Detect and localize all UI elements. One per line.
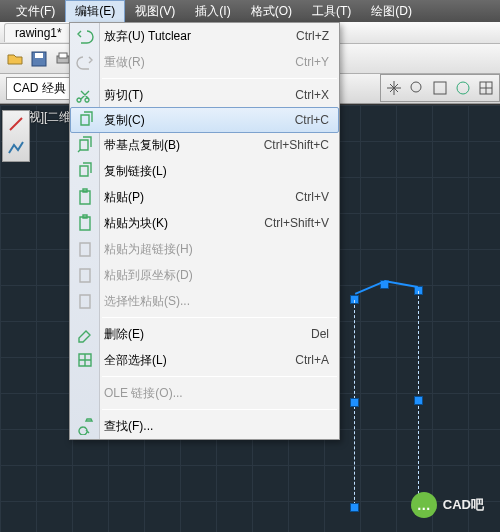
table-icon[interactable] bbox=[477, 79, 495, 97]
menu-item-label: OLE 链接(O)... bbox=[104, 385, 329, 402]
zoom-window-icon[interactable] bbox=[431, 79, 449, 97]
grip-handle[interactable] bbox=[414, 396, 423, 405]
save-icon[interactable] bbox=[30, 50, 48, 68]
undo-icon bbox=[76, 27, 94, 45]
menu-item-shortcut: Ctrl+Shift+V bbox=[264, 216, 329, 230]
menu-separator bbox=[102, 78, 337, 79]
menu-item: OLE 链接(O)... bbox=[70, 380, 339, 406]
menu-item-shortcut: Ctrl+V bbox=[295, 190, 329, 204]
pasteorig-icon bbox=[76, 266, 94, 284]
menu-item-label: 粘贴为超链接(H) bbox=[104, 241, 329, 258]
svg-rect-1 bbox=[35, 53, 43, 58]
menu-item-label: 粘贴到原坐标(D) bbox=[104, 267, 329, 284]
line-segment bbox=[355, 281, 383, 295]
menu-item-shortcut: Ctrl+C bbox=[295, 113, 329, 127]
menu-item: 重做(R)Ctrl+Y bbox=[70, 49, 339, 75]
menu-item[interactable]: 放弃(U) TutclearCtrl+Z bbox=[70, 23, 339, 49]
svg-rect-6 bbox=[434, 82, 446, 94]
draw-toolbar bbox=[2, 110, 30, 162]
menu-draw[interactable]: 绘图(D) bbox=[361, 0, 422, 22]
erase-icon bbox=[76, 325, 94, 343]
cut-icon bbox=[76, 86, 94, 104]
menu-item-shortcut: Ctrl+Z bbox=[296, 29, 329, 43]
menu-view[interactable]: 视图(V) bbox=[125, 0, 185, 22]
menu-item[interactable]: 全部选择(L)Ctrl+A bbox=[70, 347, 339, 373]
menu-tools[interactable]: 工具(T) bbox=[302, 0, 361, 22]
line-segment bbox=[384, 280, 418, 288]
open-icon[interactable] bbox=[6, 50, 24, 68]
find-icon bbox=[76, 417, 94, 435]
selectall-icon bbox=[76, 351, 94, 369]
wechat-icon: … bbox=[411, 492, 437, 518]
menu-item[interactable]: 粘贴(P)Ctrl+V bbox=[70, 184, 339, 210]
menu-item-label: 选择性粘贴(S)... bbox=[104, 293, 329, 310]
menu-item-label: 剪切(T) bbox=[104, 87, 295, 104]
pastespecial-icon bbox=[76, 292, 94, 310]
edit-menu: 放弃(U) TutclearCtrl+Z重做(R)Ctrl+Y剪切(T)Ctrl… bbox=[69, 22, 340, 440]
menu-item-label: 带基点复制(B) bbox=[104, 137, 264, 154]
watermark: … CAD吧 bbox=[411, 492, 484, 518]
grip-handle[interactable] bbox=[350, 398, 359, 407]
menu-edit[interactable]: 编辑(E) bbox=[65, 0, 125, 22]
pasteblock-icon bbox=[76, 214, 94, 232]
watermark-text: CAD吧 bbox=[443, 496, 484, 514]
copylink-icon bbox=[76, 162, 94, 180]
menu-item-label: 复制(C) bbox=[104, 112, 295, 129]
menu-separator bbox=[102, 317, 337, 318]
menu-item-label: 重做(R) bbox=[104, 54, 295, 71]
pastelink-icon bbox=[76, 240, 94, 258]
menu-item[interactable]: 剪切(T)Ctrl+X bbox=[70, 82, 339, 108]
grip-handle[interactable] bbox=[350, 503, 359, 512]
menu-item[interactable]: 删除(E)Del bbox=[70, 321, 339, 347]
menu-item: 粘贴到原坐标(D) bbox=[70, 262, 339, 288]
menu-bar: 文件(F) 编辑(E) 视图(V) 插入(I) 格式(O) 工具(T) 绘图(D… bbox=[0, 0, 500, 22]
document-tab[interactable]: rawing1* bbox=[4, 23, 73, 42]
menu-item-label: 粘贴为块(K) bbox=[104, 215, 264, 232]
svg-rect-3 bbox=[59, 53, 67, 58]
menu-item-label: 复制链接(L) bbox=[104, 163, 329, 180]
menu-item-label: 放弃(U) Tutclear bbox=[104, 28, 296, 45]
menu-item-shortcut: Ctrl+Shift+C bbox=[264, 138, 329, 152]
menu-item[interactable]: 粘贴为块(K)Ctrl+Shift+V bbox=[70, 210, 339, 236]
menu-item-shortcut: Ctrl+Y bbox=[295, 55, 329, 69]
menu-file[interactable]: 文件(F) bbox=[6, 0, 65, 22]
menu-separator bbox=[102, 376, 337, 377]
menu-item: 选择性粘贴(S)... bbox=[70, 288, 339, 314]
menu-item[interactable]: 带基点复制(B)Ctrl+Shift+C bbox=[70, 132, 339, 158]
menu-format[interactable]: 格式(O) bbox=[241, 0, 302, 22]
menu-item-label: 删除(E) bbox=[104, 326, 311, 343]
pan-icon[interactable] bbox=[385, 79, 403, 97]
svg-point-7 bbox=[457, 82, 469, 94]
polyline-icon[interactable] bbox=[7, 139, 25, 157]
line-icon[interactable] bbox=[7, 115, 25, 133]
menu-item-label: 粘贴(P) bbox=[104, 189, 295, 206]
menu-insert[interactable]: 插入(I) bbox=[185, 0, 240, 22]
menu-item-label: 查找(F)... bbox=[104, 418, 329, 435]
copybase-icon bbox=[76, 136, 94, 154]
orbit-icon[interactable] bbox=[454, 79, 472, 97]
menu-item[interactable]: 复制(C)Ctrl+C bbox=[70, 107, 339, 133]
copy-icon bbox=[77, 111, 95, 129]
menu-item-shortcut: Ctrl+X bbox=[295, 88, 329, 102]
menu-item-shortcut: Ctrl+A bbox=[295, 353, 329, 367]
menu-item: 粘贴为超链接(H) bbox=[70, 236, 339, 262]
menu-item[interactable]: 复制链接(L) bbox=[70, 158, 339, 184]
view-toolbar bbox=[380, 74, 500, 102]
menu-item-shortcut: Del bbox=[311, 327, 329, 341]
zoom-extents-icon[interactable] bbox=[408, 79, 426, 97]
redo-icon bbox=[76, 53, 94, 71]
svg-point-5 bbox=[411, 82, 421, 92]
menu-separator bbox=[102, 409, 337, 410]
menu-item[interactable]: 查找(F)... bbox=[70, 413, 339, 439]
menu-item-label: 全部选择(L) bbox=[104, 352, 295, 369]
paste-icon bbox=[76, 188, 94, 206]
